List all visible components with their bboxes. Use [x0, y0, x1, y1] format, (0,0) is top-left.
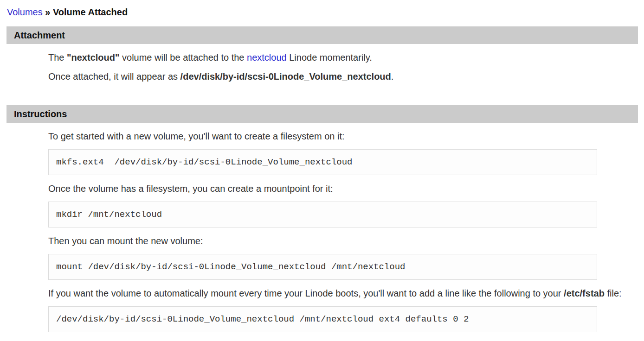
status-text-post: Linode momentarily. [287, 52, 372, 63]
fstab-text-post: file: [605, 288, 622, 298]
instructions-section-body: To get started with a new volume, you'll… [48, 131, 644, 332]
instruction-step-text: If you want the volume to automatically … [48, 288, 644, 299]
volume-name: "nextcloud" [67, 52, 119, 63]
instructions-section: Instructions To get started with a new v… [0, 105, 644, 332]
instructions-section-header: Instructions [6, 105, 638, 123]
attachment-section-body: The "nextcloud" volume will be attached … [48, 52, 644, 82]
code-block-fstab: /dev/disk/by-id/scsi-0Linode_Volume_next… [48, 306, 597, 332]
device-text-pre: Once attached, it will appear as [48, 71, 180, 82]
status-text-pre: The [48, 52, 67, 63]
instruction-step-text: To get started with a new volume, you'll… [48, 131, 644, 142]
code-block-mount: mount /dev/disk/by-id/scsi-0Linode_Volum… [48, 254, 597, 280]
page-title: Volume Attached [53, 7, 128, 17]
device-text-post: . [391, 71, 394, 82]
code-block-mkfs: mkfs.ext4 /dev/disk/by-id/scsi-0Linode_V… [48, 149, 597, 175]
fstab-path: /etc/fstab [564, 288, 605, 298]
volume-attached-page: Volumes » Volume Attached Attachment The… [0, 0, 644, 332]
device-path: /dev/disk/by-id/scsi-0Linode_Volume_next… [180, 71, 391, 82]
breadcrumb-volumes-link[interactable]: Volumes [7, 7, 43, 17]
breadcrumb-separator: » [45, 7, 50, 17]
instruction-step-text: Then you can mount the new volume: [48, 236, 644, 246]
attachment-device-text: Once attached, it will appear as /dev/di… [48, 71, 644, 82]
breadcrumb: Volumes » Volume Attached [7, 6, 644, 18]
attachment-section: Attachment The "nextcloud" volume will b… [0, 26, 644, 82]
fstab-text-pre: If you want the volume to automatically … [48, 288, 564, 298]
attachment-status-text: The "nextcloud" volume will be attached … [48, 52, 644, 63]
linode-link[interactable]: nextcloud [247, 52, 287, 63]
attachment-section-header: Attachment [6, 26, 638, 44]
status-text-mid: volume will be attached to the [119, 52, 247, 63]
instruction-step-text: Once the volume has a filesystem, you ca… [48, 183, 644, 194]
code-block-mkdir: mkdir /mnt/nextcloud [48, 202, 597, 227]
